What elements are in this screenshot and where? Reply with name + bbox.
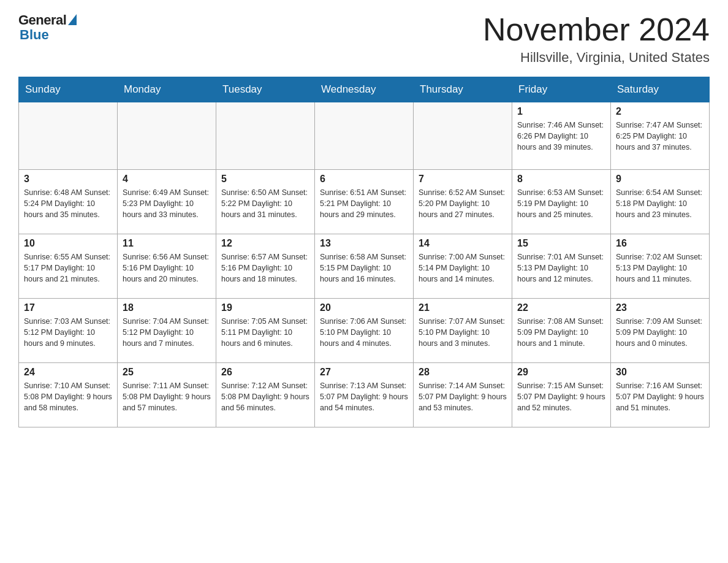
location-title: Hillsville, Virginia, United States <box>483 50 710 66</box>
day-info: Sunrise: 7:16 AM Sunset: 5:07 PM Dayligh… <box>616 380 704 413</box>
day-info: Sunrise: 6:53 AM Sunset: 5:19 PM Dayligh… <box>517 187 605 220</box>
day-number: 26 <box>221 367 309 378</box>
day-number: 5 <box>221 174 309 185</box>
calendar-week-row: 3Sunrise: 6:48 AM Sunset: 5:24 PM Daylig… <box>19 170 710 234</box>
day-info: Sunrise: 7:01 AM Sunset: 5:13 PM Dayligh… <box>517 251 605 285</box>
day-number: 19 <box>221 302 309 313</box>
calendar-cell: 3Sunrise: 6:48 AM Sunset: 5:24 PM Daylig… <box>19 170 118 234</box>
day-info: Sunrise: 7:06 AM Sunset: 5:10 PM Dayligh… <box>320 316 408 349</box>
day-number: 22 <box>517 302 605 313</box>
day-info: Sunrise: 7:12 AM Sunset: 5:08 PM Dayligh… <box>221 380 309 413</box>
calendar-cell <box>118 102 216 170</box>
day-number: 23 <box>616 302 704 313</box>
day-number: 9 <box>616 174 704 185</box>
weekday-header-friday: Friday <box>512 77 611 102</box>
day-info: Sunrise: 6:55 AM Sunset: 5:17 PM Dayligh… <box>24 251 112 285</box>
day-info: Sunrise: 6:54 AM Sunset: 5:18 PM Dayligh… <box>616 187 704 220</box>
day-info: Sunrise: 7:13 AM Sunset: 5:07 PM Dayligh… <box>320 380 408 413</box>
calendar-cell: 24Sunrise: 7:10 AM Sunset: 5:08 PM Dayli… <box>19 363 118 427</box>
day-number: 6 <box>320 174 408 185</box>
calendar-cell: 15Sunrise: 7:01 AM Sunset: 5:13 PM Dayli… <box>512 234 611 299</box>
day-info: Sunrise: 7:46 AM Sunset: 6:26 PM Dayligh… <box>517 120 605 153</box>
calendar-cell: 20Sunrise: 7:06 AM Sunset: 5:10 PM Dayli… <box>315 299 414 363</box>
calendar-cell: 11Sunrise: 6:56 AM Sunset: 5:16 PM Dayli… <box>118 234 216 299</box>
weekday-header-tuesday: Tuesday <box>216 77 315 102</box>
day-info: Sunrise: 7:15 AM Sunset: 5:07 PM Dayligh… <box>517 380 605 413</box>
weekday-header-thursday: Thursday <box>414 77 512 102</box>
calendar-cell: 5Sunrise: 6:50 AM Sunset: 5:22 PM Daylig… <box>216 170 315 234</box>
calendar-cell: 14Sunrise: 7:00 AM Sunset: 5:14 PM Dayli… <box>414 234 512 299</box>
day-number: 3 <box>24 174 112 185</box>
day-number: 14 <box>419 238 507 249</box>
day-number: 1 <box>517 106 605 117</box>
day-info: Sunrise: 6:52 AM Sunset: 5:20 PM Dayligh… <box>419 187 507 220</box>
day-info: Sunrise: 7:03 AM Sunset: 5:12 PM Dayligh… <box>24 316 112 349</box>
day-info: Sunrise: 6:51 AM Sunset: 5:21 PM Dayligh… <box>320 187 408 220</box>
calendar-week-row: 24Sunrise: 7:10 AM Sunset: 5:08 PM Dayli… <box>19 363 710 427</box>
day-number: 18 <box>123 302 211 313</box>
calendar-cell: 23Sunrise: 7:09 AM Sunset: 5:09 PM Dayli… <box>611 299 710 363</box>
day-number: 25 <box>123 367 211 378</box>
day-info: Sunrise: 7:09 AM Sunset: 5:09 PM Dayligh… <box>616 316 704 349</box>
calendar-cell: 17Sunrise: 7:03 AM Sunset: 5:12 PM Dayli… <box>19 299 118 363</box>
calendar-cell: 16Sunrise: 7:02 AM Sunset: 5:13 PM Dayli… <box>611 234 710 299</box>
day-number: 12 <box>221 238 309 249</box>
day-number: 10 <box>24 238 112 249</box>
month-title: November 2024 <box>483 12 710 47</box>
logo-triangle-icon <box>68 14 77 25</box>
day-info: Sunrise: 7:02 AM Sunset: 5:13 PM Dayligh… <box>616 251 704 285</box>
calendar-cell: 22Sunrise: 7:08 AM Sunset: 5:09 PM Dayli… <box>512 299 611 363</box>
day-number: 21 <box>419 302 507 313</box>
calendar-week-row: 17Sunrise: 7:03 AM Sunset: 5:12 PM Dayli… <box>19 299 710 363</box>
day-number: 20 <box>320 302 408 313</box>
day-info: Sunrise: 7:08 AM Sunset: 5:09 PM Dayligh… <box>517 316 605 349</box>
day-info: Sunrise: 6:50 AM Sunset: 5:22 PM Dayligh… <box>221 187 309 220</box>
calendar-cell: 2Sunrise: 7:47 AM Sunset: 6:25 PM Daylig… <box>611 102 710 170</box>
day-info: Sunrise: 6:49 AM Sunset: 5:23 PM Dayligh… <box>123 187 211 220</box>
day-number: 27 <box>320 367 408 378</box>
day-info: Sunrise: 7:04 AM Sunset: 5:12 PM Dayligh… <box>123 316 211 349</box>
calendar-cell: 25Sunrise: 7:11 AM Sunset: 5:08 PM Dayli… <box>118 363 216 427</box>
day-info: Sunrise: 7:11 AM Sunset: 5:08 PM Dayligh… <box>123 380 211 413</box>
calendar-cell: 4Sunrise: 6:49 AM Sunset: 5:23 PM Daylig… <box>118 170 216 234</box>
calendar-week-row: 10Sunrise: 6:55 AM Sunset: 5:17 PM Dayli… <box>19 234 710 299</box>
weekday-header-wednesday: Wednesday <box>315 77 414 102</box>
calendar-table: SundayMondayTuesdayWednesdayThursdayFrid… <box>18 77 710 427</box>
day-number: 28 <box>419 367 507 378</box>
day-number: 29 <box>517 367 605 378</box>
day-number: 2 <box>616 106 704 117</box>
title-block: November 2024 Hillsville, Virginia, Unit… <box>483 12 710 66</box>
day-info: Sunrise: 7:05 AM Sunset: 5:11 PM Dayligh… <box>221 316 309 349</box>
calendar-cell: 28Sunrise: 7:14 AM Sunset: 5:07 PM Dayli… <box>414 363 512 427</box>
weekday-header-row: SundayMondayTuesdayWednesdayThursdayFrid… <box>19 77 710 102</box>
calendar-cell: 8Sunrise: 6:53 AM Sunset: 5:19 PM Daylig… <box>512 170 611 234</box>
page-header: General Blue November 2024 Hillsville, V… <box>18 12 710 66</box>
day-info: Sunrise: 7:10 AM Sunset: 5:08 PM Dayligh… <box>24 380 112 413</box>
weekday-header-saturday: Saturday <box>611 77 710 102</box>
calendar-cell: 29Sunrise: 7:15 AM Sunset: 5:07 PM Dayli… <box>512 363 611 427</box>
day-info: Sunrise: 7:07 AM Sunset: 5:10 PM Dayligh… <box>419 316 507 349</box>
day-info: Sunrise: 7:00 AM Sunset: 5:14 PM Dayligh… <box>419 251 507 285</box>
day-number: 4 <box>123 174 211 185</box>
calendar-cell: 6Sunrise: 6:51 AM Sunset: 5:21 PM Daylig… <box>315 170 414 234</box>
calendar-cell: 18Sunrise: 7:04 AM Sunset: 5:12 PM Dayli… <box>118 299 216 363</box>
calendar-cell <box>414 102 512 170</box>
calendar-cell: 7Sunrise: 6:52 AM Sunset: 5:20 PM Daylig… <box>414 170 512 234</box>
calendar-cell: 21Sunrise: 7:07 AM Sunset: 5:10 PM Dayli… <box>414 299 512 363</box>
calendar-cell <box>315 102 414 170</box>
day-number: 7 <box>419 174 507 185</box>
day-info: Sunrise: 7:14 AM Sunset: 5:07 PM Dayligh… <box>419 380 507 413</box>
calendar-cell <box>19 102 118 170</box>
calendar-cell: 30Sunrise: 7:16 AM Sunset: 5:07 PM Dayli… <box>611 363 710 427</box>
day-number: 15 <box>517 238 605 249</box>
calendar-week-row: 1Sunrise: 7:46 AM Sunset: 6:26 PM Daylig… <box>19 102 710 170</box>
calendar-cell: 26Sunrise: 7:12 AM Sunset: 5:08 PM Dayli… <box>216 363 315 427</box>
day-number: 30 <box>616 367 704 378</box>
day-number: 13 <box>320 238 408 249</box>
calendar-cell: 9Sunrise: 6:54 AM Sunset: 5:18 PM Daylig… <box>611 170 710 234</box>
logo-general-text: General <box>18 12 66 28</box>
calendar-cell <box>216 102 315 170</box>
day-info: Sunrise: 6:58 AM Sunset: 5:15 PM Dayligh… <box>320 251 408 285</box>
day-number: 24 <box>24 367 112 378</box>
calendar-cell: 10Sunrise: 6:55 AM Sunset: 5:17 PM Dayli… <box>19 234 118 299</box>
